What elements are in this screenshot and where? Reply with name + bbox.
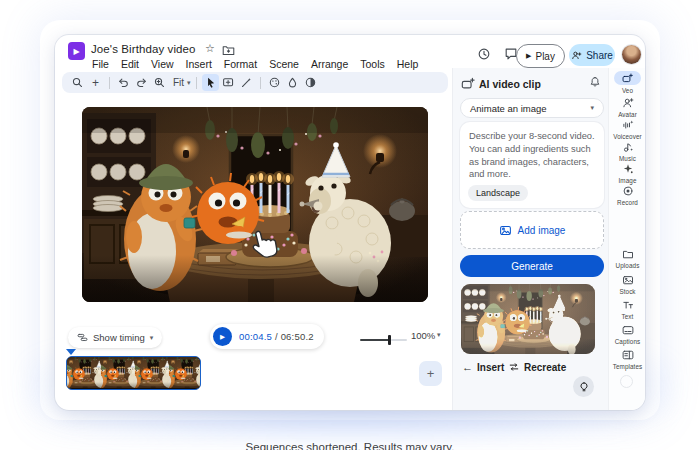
- version-history-icon[interactable]: [477, 47, 491, 61]
- timeline-zoom-slider[interactable]: [360, 335, 407, 345]
- droplet-tool-icon[interactable]: [284, 74, 301, 91]
- menu-item-scene[interactable]: Scene: [263, 56, 305, 72]
- toolbar-divider: [260, 77, 261, 89]
- menu-item-arrange[interactable]: Arrange: [305, 56, 354, 72]
- sidebar-item-text[interactable]: Text: [609, 299, 645, 320]
- avatar-icon: [622, 97, 634, 109]
- palette-tool-icon[interactable]: [266, 74, 283, 91]
- show-timing-label: Show timing: [93, 332, 145, 343]
- pen-tool-icon[interactable]: [238, 74, 255, 91]
- zoom-caret-icon[interactable]: ▾: [437, 331, 441, 339]
- sidebar-item-captions[interactable]: Captions: [609, 324, 645, 345]
- menu-item-help[interactable]: Help: [391, 56, 425, 72]
- footnote-text: Sequences shortened. Results may vary.: [0, 441, 700, 450]
- app-window: ▶ Joe's Birthday video ☆ File Edit View …: [55, 35, 645, 410]
- play-triangle-icon: ▶: [526, 52, 531, 60]
- play-button-label: Play: [535, 51, 554, 62]
- share-button-label: Share: [586, 50, 613, 61]
- sidebar-item-templates[interactable]: Templates: [609, 349, 645, 370]
- slider-handle[interactable]: [388, 335, 391, 345]
- sidebar-item-uploads[interactable]: Uploads: [609, 248, 645, 269]
- document-title[interactable]: Joe's Birthday video: [91, 43, 196, 55]
- templates-icon: [622, 349, 634, 361]
- share-person-icon: [571, 50, 582, 61]
- add-scene-button[interactable]: +: [419, 361, 442, 386]
- playback-pill: ▶ 00:04.5 / 06:50.2: [210, 324, 324, 349]
- star-icon[interactable]: ☆: [205, 42, 215, 55]
- insert-label: Insert: [477, 362, 504, 373]
- generate-button[interactable]: Generate: [460, 255, 604, 277]
- share-button[interactable]: Share: [569, 44, 615, 66]
- total-time: 06:50.2: [281, 331, 314, 342]
- insert-arrow-icon: ←: [462, 362, 473, 373]
- menu-item-format[interactable]: Format: [218, 56, 263, 72]
- show-timing-caret-icon: ▾: [150, 334, 154, 342]
- record-icon: [622, 185, 634, 197]
- image-icon: [499, 224, 512, 237]
- time-separator: /: [275, 331, 278, 342]
- account-avatar[interactable]: [622, 45, 641, 64]
- veo-icon: [622, 73, 633, 84]
- menu-bar: File Edit View Insert Format Scene Arran…: [86, 56, 424, 72]
- sidebar-item-avatar[interactable]: Avatar: [609, 97, 645, 118]
- insert-button[interactable]: ← Insert: [462, 359, 504, 375]
- sidebar-item-music[interactable]: Music: [609, 141, 645, 162]
- zoom-icon[interactable]: [151, 74, 168, 91]
- mode-dropdown-value: Animate an image: [470, 103, 547, 114]
- menu-item-tools[interactable]: Tools: [354, 56, 391, 72]
- video-canvas[interactable]: [82, 107, 428, 302]
- menu-item-insert[interactable]: Insert: [180, 56, 218, 72]
- toolbar-divider: [196, 77, 197, 89]
- menu-item-file[interactable]: File: [86, 56, 115, 72]
- play-pause-button[interactable]: ▶: [213, 327, 232, 346]
- fit-caret-icon[interactable]: ▾: [187, 79, 191, 87]
- uploads-folder-icon: [622, 248, 634, 260]
- voiceover-icon: [622, 119, 634, 131]
- sidebar-item-image[interactable]: Image: [609, 163, 645, 184]
- vids-logo-icon[interactable]: ▶: [68, 42, 85, 60]
- toolbar-divider: [109, 77, 110, 89]
- aspect-ratio-chip[interactable]: Landscape: [468, 185, 528, 201]
- insert-frame-icon[interactable]: [220, 74, 237, 91]
- menu-item-edit[interactable]: Edit: [115, 56, 145, 72]
- redo-icon[interactable]: [133, 74, 150, 91]
- timeline-clip[interactable]: [66, 356, 201, 390]
- stock-media-icon: [622, 274, 634, 286]
- recreate-label: Recreate: [524, 362, 566, 373]
- fit-zoom-select[interactable]: Fit: [169, 77, 186, 88]
- contrast-tool-icon[interactable]: [302, 74, 319, 91]
- ai-clip-icon: [461, 77, 475, 95]
- time-display: 00:04.5 / 06:50.2: [239, 331, 314, 342]
- playhead-marker[interactable]: [66, 349, 76, 355]
- text-icon: [622, 299, 634, 311]
- add-icon[interactable]: +: [87, 74, 104, 91]
- music-icon: [622, 141, 634, 153]
- sidebar-item-stock[interactable]: Stock: [609, 274, 645, 295]
- tips-lightbulb-button[interactable]: [573, 376, 594, 397]
- mode-dropdown[interactable]: Animate an image ▾: [460, 98, 604, 118]
- menu-item-view[interactable]: View: [145, 56, 180, 72]
- select-tool-icon[interactable]: [202, 74, 219, 91]
- show-timing-button[interactable]: Show timing ▾: [68, 327, 162, 348]
- zoom-level[interactable]: 100%: [411, 330, 435, 341]
- lightbulb-icon: [578, 381, 590, 393]
- search-tools-icon[interactable]: [69, 74, 86, 91]
- video-frame-art: [82, 107, 428, 302]
- add-image-label: Add image: [518, 225, 566, 236]
- recreate-button[interactable]: Recreate: [508, 359, 566, 375]
- panel-title: AI video clip: [479, 78, 541, 90]
- add-image-button[interactable]: Add image: [460, 211, 604, 249]
- veo-selected-pill: [614, 71, 641, 85]
- undo-icon[interactable]: [115, 74, 132, 91]
- sidebar-item-voiceover[interactable]: Voiceover: [609, 119, 645, 140]
- sidebar-item-record[interactable]: Record: [609, 185, 645, 206]
- timing-layers-icon: [77, 332, 88, 343]
- current-time: 00:04.5: [239, 331, 272, 342]
- notifications-bell-icon[interactable]: [589, 76, 601, 88]
- recreate-arrows-icon: [508, 361, 520, 373]
- play-button[interactable]: ▶ Play: [516, 44, 565, 68]
- mode-caret-icon: ▾: [590, 104, 594, 112]
- sidebar-item-veo[interactable]: Veo: [609, 71, 645, 94]
- tools-sidebar: Veo Avatar Voiceover Music Image Record: [608, 68, 645, 410]
- generated-preview[interactable]: [461, 284, 595, 354]
